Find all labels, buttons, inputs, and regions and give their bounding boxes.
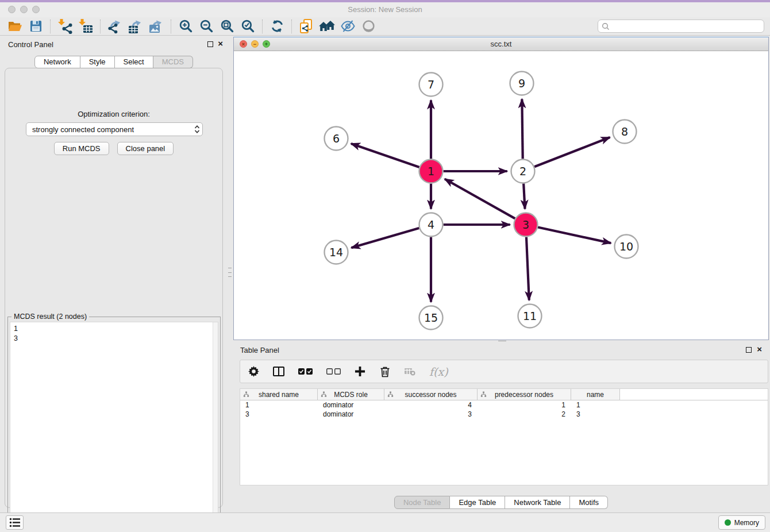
- search-input[interactable]: [610, 22, 760, 30]
- close-panel-button[interactable]: Close panel: [117, 142, 174, 155]
- export-image-icon: [149, 19, 164, 34]
- deselect-all-icon: [326, 368, 341, 375]
- graph-edge-1-6[interactable]: [351, 144, 419, 167]
- graph-node-11[interactable]: 11: [518, 304, 542, 328]
- graph-edge-4-14[interactable]: [351, 228, 419, 248]
- select-all-rows-button[interactable]: [298, 364, 313, 379]
- tree-icon: [480, 391, 487, 398]
- memory-button[interactable]: Memory: [718, 515, 765, 530]
- graph-edge-2-9[interactable]: [522, 99, 522, 159]
- save-session-button[interactable]: [25, 18, 46, 34]
- table-cell: 1: [240, 401, 318, 409]
- graph-node-label: 10: [619, 240, 633, 253]
- refresh-view-button[interactable]: [267, 18, 287, 34]
- control-panel-title: Control Panel: [8, 40, 53, 49]
- graph-node-7[interactable]: 7: [419, 73, 443, 97]
- import-table-button[interactable]: [75, 18, 96, 34]
- mcds-result-list[interactable]: 1 3: [10, 322, 218, 532]
- header-filler: [620, 389, 768, 400]
- import-network-button[interactable]: [55, 18, 75, 34]
- duplicate-network-button[interactable]: [296, 18, 317, 34]
- column-header-predecessor-nodes[interactable]: predecessor nodes: [478, 389, 571, 400]
- graph-node-8[interactable]: 8: [613, 120, 637, 144]
- graph-node-9[interactable]: 9: [510, 72, 534, 95]
- mcds-result-lines: 1 3: [14, 324, 18, 344]
- graph-node-1[interactable]: 1: [419, 160, 443, 183]
- graph-edge-3-10[interactable]: [538, 228, 611, 244]
- main-toolbar: [0, 17, 770, 36]
- optimization-criterion-select[interactable]: strongly connected component: [26, 122, 203, 136]
- zoom-in-button[interactable]: [175, 18, 196, 34]
- run-mcds-button[interactable]: Run MCDS: [54, 142, 109, 155]
- float-panel-icon[interactable]: [207, 41, 213, 47]
- tab-edge-table[interactable]: Edge Table: [450, 496, 505, 509]
- column-header-shared-name[interactable]: shared name: [240, 389, 318, 400]
- close-panel-icon[interactable]: ×: [218, 38, 223, 49]
- zoom-fit-button[interactable]: [217, 18, 237, 34]
- apply-function-button[interactable]: f(x): [429, 364, 448, 379]
- splitter-grip[interactable]: [228, 268, 232, 277]
- column-header-name[interactable]: name: [571, 389, 620, 400]
- toolbar-separator: [262, 20, 263, 33]
- home-layout-button[interactable]: [317, 18, 337, 34]
- export-image-button[interactable]: [146, 18, 167, 34]
- refresh-icon: [270, 19, 284, 33]
- scrollbar[interactable]: [213, 322, 218, 532]
- tab-network[interactable]: Network: [34, 56, 80, 68]
- graph-node-3[interactable]: 3: [514, 213, 538, 237]
- hide-panels-button[interactable]: [337, 18, 358, 34]
- graph-node-10[interactable]: 10: [615, 235, 638, 259]
- graph-node-15[interactable]: 15: [419, 306, 443, 330]
- float-table-panel-icon[interactable]: [746, 347, 752, 353]
- table-row[interactable]: 1dominator411: [240, 400, 768, 410]
- tab-style[interactable]: Style: [80, 56, 115, 68]
- delete-table-button[interactable]: [405, 364, 415, 379]
- tree-icon: [321, 391, 327, 398]
- tab-node-table[interactable]: Node Table: [394, 496, 451, 509]
- graph-edge-2-8[interactable]: [534, 137, 610, 167]
- open-session-button[interactable]: [5, 18, 25, 34]
- graph-edge-2-3[interactable]: [523, 183, 525, 209]
- gear-icon: [248, 366, 259, 377]
- network-graph: 1234678910111415: [234, 51, 768, 340]
- export-network-button[interactable]: [105, 18, 125, 34]
- graph-node-14[interactable]: 14: [325, 241, 348, 264]
- mcds-tab-content: Optimization criterion: strongly connect…: [5, 68, 223, 508]
- show-columns-button[interactable]: [273, 364, 284, 379]
- network-canvas[interactable]: 1234678910111415: [234, 51, 768, 340]
- table-cell: 2: [478, 410, 571, 418]
- search-field[interactable]: [598, 20, 764, 33]
- node-table: shared name MCDS role successor nodes pr…: [240, 388, 768, 485]
- table-options-button[interactable]: [248, 364, 259, 379]
- graph-node-2[interactable]: 2: [511, 160, 535, 183]
- network-window-titlebar[interactable]: × − + scc.txt: [234, 37, 768, 51]
- add-column-button[interactable]: [355, 364, 365, 379]
- tab-mcds[interactable]: MCDS: [153, 56, 193, 68]
- show-panels-button[interactable]: [358, 18, 379, 34]
- graph-node-label: 9: [518, 77, 525, 90]
- graph-node-6[interactable]: 6: [325, 127, 348, 151]
- deselect-all-rows-button[interactable]: [326, 364, 341, 379]
- delete-column-button[interactable]: [379, 364, 391, 379]
- graph-node-label: 1: [428, 165, 434, 178]
- column-header-successor-nodes[interactable]: successor nodes: [384, 389, 478, 400]
- export-table-button[interactable]: [125, 18, 146, 34]
- zoom-out-button[interactable]: [196, 18, 217, 34]
- tab-select[interactable]: Select: [115, 56, 153, 68]
- graph-edge-3-11[interactable]: [526, 237, 529, 300]
- export-table-icon: [128, 19, 143, 34]
- close-table-panel-icon[interactable]: ×: [757, 344, 762, 354]
- tab-motifs[interactable]: Motifs: [570, 496, 608, 509]
- table-row[interactable]: 3dominator323: [240, 410, 768, 419]
- graph-node-label: 6: [333, 132, 340, 145]
- graph-edge-3-1[interactable]: [445, 179, 515, 219]
- vertical-splitter[interactable]: [228, 36, 232, 512]
- column-header-mcds-role[interactable]: MCDS role: [318, 389, 384, 400]
- toolbar-separator: [291, 20, 292, 33]
- graph-node-4[interactable]: 4: [419, 213, 443, 237]
- tab-network-table[interactable]: Network Table: [505, 496, 570, 509]
- task-history-button[interactable]: [6, 515, 24, 530]
- table-cell: 3: [240, 410, 318, 418]
- zoom-selected-button[interactable]: [237, 18, 258, 34]
- memory-status-dot: [725, 519, 731, 526]
